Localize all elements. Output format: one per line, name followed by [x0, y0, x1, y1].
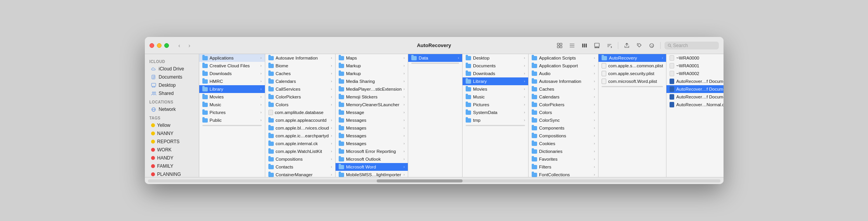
list-item[interactable]: Movies › — [463, 85, 528, 93]
list-item[interactable]: HMRC › — [199, 77, 265, 85]
view-icon-list[interactable] — [567, 41, 577, 50]
list-item[interactable]: Microsoft Error Reporting › — [336, 147, 408, 155]
list-item[interactable]: Colors › — [265, 101, 335, 109]
list-item[interactable]: Memoji Stickers › — [336, 93, 408, 101]
list-item[interactable]: Maps › — [336, 54, 408, 62]
list-item[interactable]: Downloads › — [463, 70, 528, 77]
horizontal-scrollbar[interactable] — [148, 179, 720, 182]
list-item[interactable]: Markup › — [336, 62, 408, 70]
list-item[interactable]: ContainerManager › — [265, 171, 335, 177]
list-item[interactable]: Caches › — [265, 70, 335, 77]
back-button[interactable]: ‹ — [175, 41, 184, 50]
list-item[interactable]: MediaPlayer…sticExtension › — [336, 85, 408, 93]
list-item[interactable]: Documents › — [463, 62, 528, 70]
list-item[interactable]: ColorSync › — [529, 116, 598, 124]
list-item[interactable]: AutoRecover…f Document3 — [666, 93, 723, 101]
sidebar-item-documents[interactable]: Documents — [146, 73, 197, 81]
list-item[interactable]: Compositions › — [529, 132, 598, 140]
list-item[interactable]: AutoRecover…Normal.dotm — [666, 101, 723, 109]
list-item[interactable]: Calendars › — [265, 77, 335, 85]
list-item[interactable]: com.apple.bl…rvices.cloud › — [265, 124, 335, 132]
list-item[interactable]: com.apple.appleaccountd › — [265, 116, 335, 124]
list-item[interactable]: Movies › — [199, 93, 265, 101]
list-item[interactable]: Autosave Information › — [529, 77, 598, 85]
maximize-button[interactable] — [164, 43, 169, 48]
list-item[interactable]: FontCollections › — [529, 171, 598, 177]
list-item[interactable]: ColorPickers › — [265, 93, 335, 101]
list-item[interactable]: Music › — [463, 93, 528, 101]
sort-button[interactable] — [605, 41, 614, 50]
sidebar-item-tag-family[interactable]: FAMILY — [146, 162, 197, 170]
view-icon-columns[interactable] — [580, 41, 589, 50]
sidebar-item-tag-work[interactable]: WORK — [146, 146, 197, 154]
list-item[interactable]: Creative Cloud Files › — [199, 62, 265, 70]
sidebar-item-desktop[interactable]: Desktop — [146, 81, 197, 89]
list-item[interactable]: Autosave Information › — [265, 54, 335, 62]
list-item[interactable]: Markup › — [336, 70, 408, 77]
list-item[interactable]: AutoRecover…f Document1 — [666, 77, 723, 85]
list-item[interactable]: Library › — [463, 77, 528, 85]
list-item[interactable]: Messages › — [336, 116, 408, 124]
list-item[interactable]: Downloads › — [199, 70, 265, 77]
list-item[interactable]: Music › — [199, 101, 265, 109]
list-item[interactable]: com.microsoft.Word.plist — [598, 77, 666, 85]
list-item[interactable]: Application Scripts › — [529, 54, 598, 62]
close-button[interactable] — [150, 43, 154, 48]
list-item[interactable]: Contacts › — [265, 163, 335, 171]
forward-button[interactable]: › — [185, 41, 194, 50]
tag-button[interactable] — [635, 41, 644, 50]
list-item[interactable]: MobileSMSS…lightImporter › — [336, 171, 408, 177]
list-item[interactable]: AutoRecovery › — [598, 54, 666, 62]
sidebar-item-tag-reports[interactable]: REPORTS — [146, 138, 197, 146]
share-button[interactable] — [622, 41, 631, 50]
list-item[interactable]: Media Sharing › — [336, 77, 408, 85]
list-item[interactable]: Colors › — [529, 109, 598, 116]
list-item[interactable]: tmp › — [463, 116, 528, 124]
sidebar-item-tag-handy[interactable]: HANDY — [146, 154, 197, 162]
sidebar-item-tag-yellow[interactable]: Yellow — [146, 121, 197, 129]
list-item[interactable]: Components › — [529, 124, 598, 132]
list-item[interactable]: Pictures › — [199, 109, 265, 116]
list-item[interactable]: Messages › — [336, 140, 408, 147]
list-item[interactable]: Messages › — [336, 132, 408, 140]
more-button[interactable]: ☺ — [647, 41, 656, 50]
list-item[interactable]: SystemData › — [463, 109, 528, 116]
list-item[interactable]: Biome › — [265, 62, 335, 70]
list-item[interactable]: com.apple.ic…earchpartyd › — [265, 132, 335, 140]
list-item[interactable]: com.apple.WatchListKit › — [265, 147, 335, 155]
list-item[interactable]: Caches › — [529, 85, 598, 93]
list-item[interactable]: Microsoft Word › — [336, 163, 408, 171]
list-item[interactable]: Dictionaries › — [529, 147, 598, 155]
list-item[interactable]: ~WRA0002 — [666, 70, 723, 77]
list-item[interactable]: Public › — [199, 116, 265, 124]
list-item[interactable]: Cookies › — [529, 140, 598, 147]
list-item[interactable]: ~WRA0001 — [666, 62, 723, 70]
list-item[interactable]: com.apple.s…common.plist — [598, 62, 666, 70]
list-item[interactable]: Audio › — [529, 70, 598, 77]
list-item[interactable]: Library › — [199, 85, 265, 93]
list-item[interactable]: Microsoft Outlook › — [336, 155, 408, 163]
list-item[interactable]: CallServices › — [265, 85, 335, 93]
list-item[interactable]: Data › — [408, 54, 462, 62]
list-item[interactable]: Desktop › — [463, 54, 528, 62]
search-box[interactable] — [664, 42, 719, 49]
list-item[interactable]: AutoRecover…f Document2 — [666, 85, 723, 93]
list-item[interactable]: com.amplitude.database — [265, 109, 335, 116]
list-item[interactable]: Calendars › — [529, 93, 598, 101]
list-item[interactable]: MemoryCleanerSLauncher › — [336, 101, 408, 109]
list-item[interactable]: Application Support › — [529, 62, 598, 70]
list-item[interactable]: ColorPickers › — [529, 101, 598, 109]
view-icon-grid[interactable] — [555, 41, 564, 50]
list-item[interactable]: com.apple.internal.ck › — [265, 140, 335, 147]
view-icon-gallery[interactable] — [592, 41, 602, 50]
list-item[interactable]: Favorites › — [529, 155, 598, 163]
sidebar-item-tag-planning[interactable]: PLANNING — [146, 170, 197, 177]
list-item[interactable]: ~WRA0000 — [666, 54, 723, 62]
list-item[interactable]: Messages › — [336, 124, 408, 132]
sidebar-item-icloud-drive[interactable]: iCloud Drive — [146, 65, 197, 73]
sidebar-item-network[interactable]: Network — [146, 105, 197, 113]
minimize-button[interactable] — [157, 43, 162, 48]
sidebar-item-tag-nanny[interactable]: NANNY — [146, 130, 197, 137]
list-item[interactable]: Filters › — [529, 163, 598, 171]
list-item[interactable]: Compositions › — [265, 155, 335, 163]
